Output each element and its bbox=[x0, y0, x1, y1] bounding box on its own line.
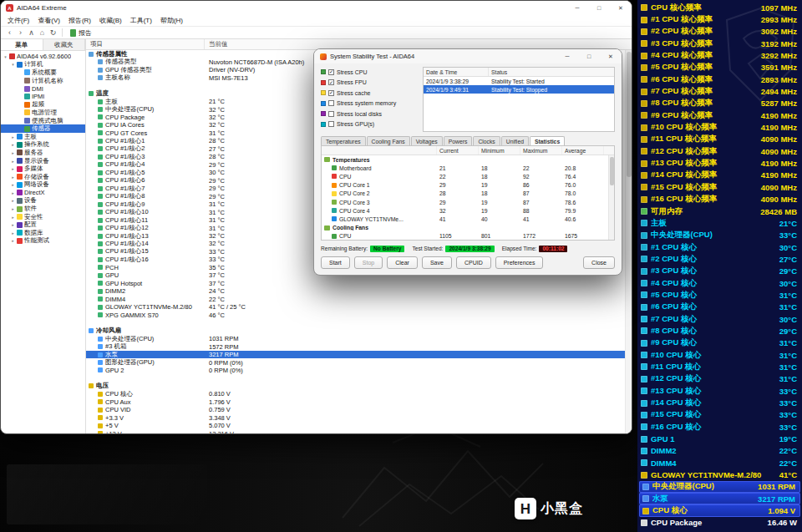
menu-item[interactable]: 工具(T) bbox=[126, 16, 156, 25]
preferences-button[interactable]: Preferences bbox=[495, 256, 544, 269]
clear-button[interactable]: Clear bbox=[387, 256, 418, 269]
tree-item[interactable]: ▸操作系统 bbox=[1, 141, 85, 149]
forward-icon[interactable]: › bbox=[15, 28, 26, 38]
list-item-row[interactable]: 图形处理器(GPU)0 RPM (0%) bbox=[86, 358, 632, 366]
report-button[interactable]: 报告 bbox=[66, 28, 96, 38]
stats-item-row[interactable]: CPU22189276.4 bbox=[322, 172, 614, 180]
tab-unified[interactable]: Unified bbox=[501, 136, 529, 145]
minimize-button[interactable]: ─ bbox=[566, 1, 588, 15]
tree-item[interactable]: ▸服务器 bbox=[1, 149, 85, 157]
tree-item[interactable]: 超频 bbox=[1, 101, 85, 109]
up-icon[interactable]: ∧ bbox=[26, 28, 37, 38]
list-item-row[interactable]: +3.3 V3.348 V bbox=[86, 414, 632, 422]
sst-titlebar[interactable]: System Stability Test - AIDA64 ─ □ ✕ bbox=[314, 49, 622, 63]
list-item-row[interactable]: #3 机箱1572 RPM bbox=[86, 342, 632, 350]
tree-item[interactable]: 电源管理 bbox=[1, 109, 85, 117]
list-group-row[interactable]: 冷却风扇 bbox=[86, 327, 632, 334]
stats-scrollbar[interactable] bbox=[608, 155, 614, 240]
cpuid-button[interactable]: CPUID bbox=[456, 256, 491, 269]
menu-item[interactable]: 收藏(B) bbox=[95, 16, 126, 25]
tree-item[interactable]: ▸性能测试 bbox=[1, 237, 85, 246]
stats-column-maximum[interactable]: Maximum bbox=[520, 146, 562, 155]
list-item-row[interactable]: 水泵3217 RPM bbox=[86, 351, 632, 358]
stats-column-minimum[interactable]: Minimum bbox=[479, 146, 520, 155]
tab-voltages[interactable]: Voltages bbox=[411, 136, 443, 145]
stop-button[interactable]: Stop bbox=[354, 256, 383, 269]
log-row[interactable]: 2024/1/9 3:38:29Stability Test: Started bbox=[424, 77, 614, 85]
close-button[interactable]: ✕ bbox=[610, 1, 632, 15]
tab-cooling-fans[interactable]: Cooling Fans bbox=[367, 136, 410, 145]
stress-option[interactable]: ✓Stress cache bbox=[321, 89, 418, 97]
stats-item-row[interactable]: Motherboard21182220.8 bbox=[322, 164, 614, 172]
list-item-row[interactable]: +5 V5.070 V bbox=[86, 422, 632, 429]
list-item-row[interactable]: CPU Aux1.796 V bbox=[86, 398, 632, 406]
sst-minimize-button[interactable]: ─ bbox=[556, 49, 578, 63]
tree-item[interactable]: IPMI bbox=[1, 93, 85, 101]
stats-group-row[interactable]: Temperatures bbox=[322, 155, 614, 164]
tree-item[interactable]: ▸设备 bbox=[1, 197, 85, 205]
column-header-value[interactable]: 当前值 bbox=[205, 40, 632, 48]
tree-item[interactable]: ▸DirectX bbox=[1, 189, 85, 197]
menu-item[interactable]: 文件(F) bbox=[3, 16, 33, 25]
stats-item-row[interactable]: CPU Core 228188778.0 bbox=[322, 190, 614, 198]
tab-favorites[interactable]: 收藏夹 bbox=[43, 39, 86, 50]
list-item-row[interactable]: GPU 20 RPM (0%) bbox=[86, 367, 632, 374]
stress-option[interactable]: Stress system memory bbox=[321, 99, 418, 108]
tree-item[interactable]: DMI bbox=[1, 84, 85, 93]
list-item-row[interactable]: GPU Hotspot37 °C bbox=[86, 280, 632, 287]
checkbox-icon[interactable] bbox=[328, 121, 334, 127]
checkbox-icon[interactable]: ✓ bbox=[328, 90, 334, 96]
log-column-datetime[interactable]: Date & Time bbox=[424, 68, 489, 76]
list-group-row[interactable]: 电压 bbox=[86, 383, 632, 390]
tab-clocks[interactable]: Clocks bbox=[473, 136, 500, 145]
menu-item[interactable]: 报告(R) bbox=[64, 16, 95, 25]
sst-maximize-button[interactable]: □ bbox=[578, 49, 600, 63]
tree-item[interactable]: 计算机名称 bbox=[1, 77, 85, 85]
tree-item[interactable]: ▸软件 bbox=[1, 205, 85, 213]
tab-menu[interactable]: 菜单 bbox=[1, 39, 43, 50]
sst-close-button[interactable]: ✕ bbox=[600, 49, 622, 63]
tree-item[interactable]: ▾计算机 bbox=[1, 61, 85, 69]
back-icon[interactable]: ‹ bbox=[4, 28, 15, 38]
tree-item[interactable]: ▸多媒体 bbox=[1, 165, 85, 173]
list-item-row[interactable]: 中央处理器(CPU)1031 RPM bbox=[86, 335, 632, 342]
tree-item[interactable]: ▸网络设备 bbox=[1, 181, 85, 190]
stress-option[interactable]: Stress local disks bbox=[321, 109, 418, 118]
list-item-row[interactable]: XPG GAMMIX S7046 °C bbox=[86, 311, 632, 318]
tree-item[interactable]: ▸安全性 bbox=[1, 213, 85, 221]
tree-item[interactable]: ▸配置 bbox=[1, 220, 85, 229]
tab-temperatures[interactable]: Temperatures bbox=[321, 136, 366, 145]
save-button[interactable]: Save bbox=[422, 256, 452, 269]
tree-item[interactable]: 系统概要 bbox=[1, 68, 85, 77]
stress-option[interactable]: Stress GPU(s) bbox=[321, 120, 418, 129]
menu-item[interactable]: 查看(V) bbox=[33, 16, 64, 25]
tree-item[interactable]: ▸显示设备 bbox=[1, 157, 85, 165]
list-item-row[interactable]: DIMM224 °C bbox=[86, 287, 632, 295]
log-column-status[interactable]: Status bbox=[489, 68, 614, 76]
maximize-button[interactable]: □ bbox=[588, 1, 610, 15]
tree-item[interactable]: 便携式电脑 bbox=[1, 117, 85, 125]
stats-item-row[interactable]: CPU110580117721675 bbox=[322, 232, 614, 240]
stress-option[interactable]: ✓Stress CPU bbox=[321, 68, 418, 76]
list-scrollbar[interactable] bbox=[625, 50, 632, 433]
checkbox-icon[interactable]: ✓ bbox=[328, 69, 334, 75]
main-titlebar[interactable]: A AIDA64 Extreme ─ □ ✕ bbox=[1, 1, 632, 15]
close-dialog-button[interactable]: Close bbox=[583, 256, 615, 269]
stats-column-average[interactable]: Average bbox=[562, 146, 604, 155]
list-item-row[interactable]: CPU 核心0.810 V bbox=[86, 390, 632, 398]
refresh-icon[interactable]: ↻ bbox=[48, 28, 58, 38]
stats-column-current[interactable]: Current bbox=[437, 146, 479, 155]
stats-item-row[interactable]: CPU Core 329198778.6 bbox=[322, 198, 614, 206]
stats-scrollbar-thumb[interactable] bbox=[610, 157, 614, 185]
home-icon[interactable]: ⌂ bbox=[37, 28, 48, 38]
start-button[interactable]: Start bbox=[321, 256, 350, 269]
stats-item-row[interactable]: GLOWAY YCT1TNVMe...41404140.6 bbox=[322, 215, 614, 223]
stats-group-row[interactable]: Cooling Fans bbox=[322, 224, 614, 232]
tree-item[interactable]: ▸数据库 bbox=[1, 229, 85, 237]
list-item-row[interactable]: +12 V12.216 V bbox=[86, 430, 632, 434]
list-scrollbar-thumb[interactable] bbox=[627, 52, 632, 177]
list-item-row[interactable]: GLOWAY YCT1TNVMe-M.2/8041 °C / 25 °C bbox=[86, 303, 632, 311]
list-item-row[interactable]: DIMM422 °C bbox=[86, 296, 632, 303]
tree-item[interactable]: ▸存储设备 bbox=[1, 173, 85, 181]
column-header-field[interactable]: 项目 bbox=[86, 39, 205, 49]
